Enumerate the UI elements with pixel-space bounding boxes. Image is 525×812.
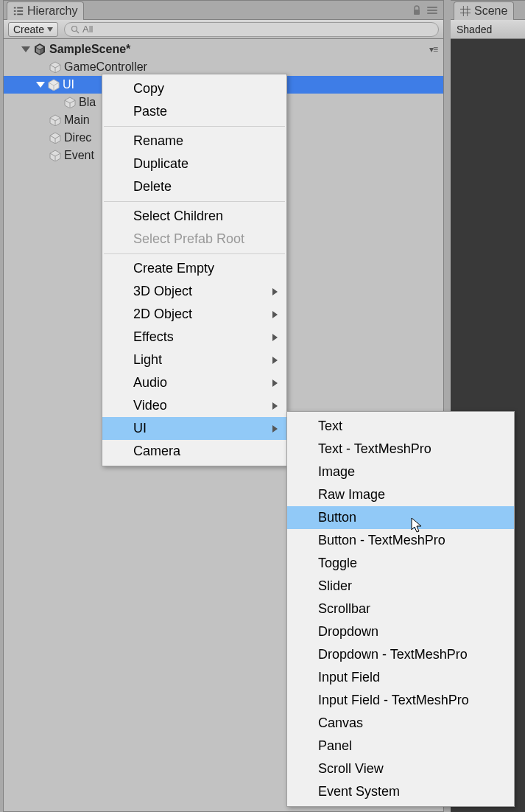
menu-video[interactable]: Video <box>102 394 286 417</box>
submenu-input-field[interactable]: Input Field <box>287 666 514 689</box>
gameobject-icon <box>49 132 61 144</box>
menu-duplicate[interactable]: Duplicate <box>102 153 286 175</box>
tree-item-label: Bla <box>79 96 96 109</box>
menu-copy[interactable]: Copy <box>102 77 286 100</box>
scene-tab-label: Scene <box>474 4 507 18</box>
submenu-raw-image[interactable]: Raw Image <box>287 483 514 506</box>
menu-separator <box>104 126 285 127</box>
unity-icon <box>33 43 46 56</box>
submenu-text[interactable]: Text <box>287 415 514 438</box>
scene-grid-icon <box>460 6 471 16</box>
create-button[interactable]: Create <box>8 22 58 37</box>
cursor-icon <box>411 517 424 533</box>
submenu-event-system[interactable]: Event System <box>287 780 514 803</box>
gameobject-icon <box>49 61 61 73</box>
tree-item-label: UI <box>63 78 74 91</box>
svg-marker-41 <box>412 518 421 532</box>
search-icon <box>71 25 80 34</box>
menu-3d-object[interactable]: 3D Object <box>102 280 286 303</box>
hierarchy-icon <box>13 6 24 16</box>
submenu-toggle[interactable]: Toggle <box>287 552 514 575</box>
submenu-arrow-icon <box>272 288 278 295</box>
svg-rect-1 <box>17 7 23 9</box>
scene-name: SampleScene* <box>49 43 130 56</box>
scene-row[interactable]: SampleScene* ▾≡ <box>4 41 443 58</box>
menu-light[interactable]: Light <box>102 349 286 371</box>
scene-toolbar: Shaded <box>451 20 525 39</box>
menu-separator <box>104 201 285 202</box>
gameobject-icon <box>49 150 61 161</box>
gameobject-icon <box>49 114 61 126</box>
create-button-label: Create <box>13 24 44 35</box>
ui-submenu: Text Text - TextMeshPro Image Raw Image … <box>286 411 515 807</box>
submenu-image[interactable]: Image <box>287 461 514 483</box>
menu-delete[interactable]: Delete <box>102 175 286 198</box>
menu-create-empty[interactable]: Create Empty <box>102 257 286 280</box>
svg-rect-6 <box>414 10 420 15</box>
menu-audio[interactable]: Audio <box>102 371 286 394</box>
tree-item-label: Direc <box>64 131 91 144</box>
submenu-input-field-tmp[interactable]: Input Field - TextMeshPro <box>287 689 514 712</box>
hierarchy-toolbar: Create All <box>4 20 443 39</box>
submenu-arrow-icon <box>272 357 278 364</box>
submenu-text-tmp[interactable]: Text - TextMeshPro <box>287 438 514 461</box>
submenu-slider[interactable]: Slider <box>287 575 514 598</box>
submenu-scrollbar[interactable]: Scrollbar <box>287 598 514 620</box>
submenu-arrow-icon <box>272 311 278 318</box>
submenu-dropdown-tmp[interactable]: Dropdown - TextMeshPro <box>287 643 514 666</box>
hierarchy-tab[interactable]: Hierarchy <box>7 1 84 20</box>
submenu-dropdown[interactable]: Dropdown <box>287 620 514 643</box>
hierarchy-tab-bar: Hierarchy <box>4 1 443 20</box>
svg-rect-3 <box>17 10 23 12</box>
menu-2d-object[interactable]: 2D Object <box>102 303 286 326</box>
gameobject-icon <box>64 97 76 108</box>
scene-tab[interactable]: Scene <box>454 1 514 20</box>
submenu-scroll-view[interactable]: Scroll View <box>287 757 514 780</box>
menu-separator <box>104 253 285 254</box>
submenu-arrow-icon <box>272 425 278 433</box>
tree-item-label: GameController <box>64 60 147 74</box>
menu-rename[interactable]: Rename <box>102 130 286 153</box>
submenu-arrow-icon <box>272 334 278 341</box>
menu-select-prefab-root: Select Prefab Root <box>102 228 286 251</box>
foldout-icon[interactable] <box>21 46 30 52</box>
submenu-arrow-icon <box>272 402 278 410</box>
menu-ui[interactable]: UI <box>102 417 286 440</box>
foldout-icon[interactable] <box>36 82 45 88</box>
panel-menu-icon[interactable] <box>427 6 437 15</box>
menu-select-children[interactable]: Select Children <box>102 205 286 228</box>
tree-item-label: Main <box>64 113 90 127</box>
gameobject-icon <box>48 79 60 91</box>
svg-point-7 <box>72 26 77 31</box>
svg-rect-0 <box>14 7 16 9</box>
svg-line-8 <box>77 31 79 33</box>
svg-rect-2 <box>14 10 16 12</box>
submenu-panel[interactable]: Panel <box>287 735 514 757</box>
lock-icon[interactable] <box>412 5 421 15</box>
menu-camera[interactable]: Camera <box>102 440 286 463</box>
svg-rect-5 <box>17 14 23 15</box>
menu-paste[interactable]: Paste <box>102 100 286 123</box>
scene-options-icon[interactable]: ▾≡ <box>429 44 437 55</box>
submenu-canvas[interactable]: Canvas <box>287 712 514 735</box>
submenu-button[interactable]: Button <box>287 506 514 529</box>
shading-mode-label[interactable]: Shaded <box>457 24 492 35</box>
tree-item-label: Event <box>64 149 94 162</box>
context-menu: Copy Paste Rename Duplicate Delete Selec… <box>102 74 287 466</box>
menu-effects[interactable]: Effects <box>102 326 286 349</box>
submenu-arrow-icon <box>272 379 278 387</box>
hierarchy-tab-right <box>412 1 443 19</box>
submenu-button-tmp[interactable]: Button - TextMeshPro <box>287 529 514 552</box>
svg-rect-4 <box>14 14 16 15</box>
chevron-down-icon <box>47 27 53 32</box>
search-placeholder: All <box>82 24 93 35</box>
search-input[interactable]: All <box>64 22 439 37</box>
scene-tab-bar: Scene <box>451 1 525 20</box>
hierarchy-tab-label: Hierarchy <box>27 4 77 18</box>
